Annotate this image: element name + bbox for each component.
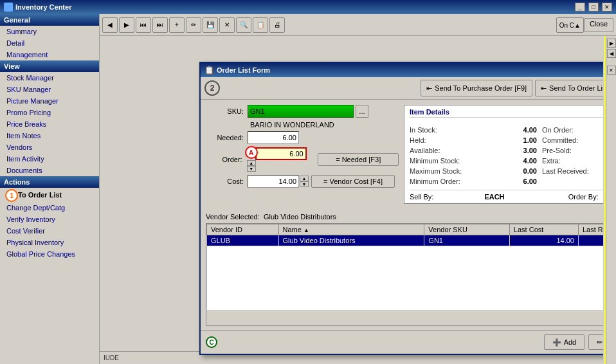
modal-titlebar: 📋 Order List Form _ □ ✕ (201, 63, 603, 77)
toolbar-btn-4[interactable]: ⏭ (152, 17, 168, 33)
available-value: 3.00 (505, 147, 537, 154)
order-spin-up-button[interactable]: ▲ (247, 160, 256, 166)
status-text: IUDE (104, 354, 119, 361)
item-details-header: Item Details (410, 108, 603, 118)
order-spin-down-button[interactable]: ▼ (247, 166, 256, 172)
sidebar-item-documents[interactable]: Documents (0, 165, 99, 176)
table-row[interactable]: GLUB Glub Video Distributors GN1 14.00 4… (207, 235, 604, 246)
sku-input[interactable] (248, 105, 354, 118)
needed-input[interactable] (248, 131, 299, 144)
send-order-list-button[interactable]: ⇤ Send To Order List [F10] (535, 80, 603, 96)
sku-browse-button[interactable]: … (356, 105, 368, 118)
edit-button[interactable]: ✏ Edit (588, 334, 603, 350)
item-name: BARIO IN WONDERLAND (248, 121, 399, 129)
cost-spin-down-button[interactable]: ▼ (300, 181, 309, 187)
toolbar-btn-7[interactable]: 💾 (203, 17, 218, 33)
held-label: Held: (410, 136, 426, 144)
sidebar-item-summary[interactable]: Summary (0, 26, 99, 37)
modal-order-list-form: 📋 Order List Form _ □ ✕ 2 ⇤ (199, 62, 603, 355)
min-order-label: Minimum Order: (410, 177, 460, 185)
send-order-icon: ⇤ (541, 84, 547, 93)
toolbar-btn-3[interactable]: ⏮ (136, 17, 151, 33)
sell-by-label: Sell By: (410, 193, 433, 201)
needed-f3-button[interactable]: = Needed [F3] (318, 153, 399, 166)
sidebar-item-item-notes[interactable]: Item Notes (0, 130, 99, 141)
toolbar: ◀ ▶ ⏮ ⏭ + ✏ 💾 ✕ 🔍 📋 🖨 On C▲ Close (100, 14, 616, 36)
badge-1-icon: 1 (5, 189, 18, 202)
sidebar-item-change-dept[interactable]: Change Dept/Catg (0, 202, 99, 214)
held-value: 1.00 (505, 136, 537, 144)
toolbar-btn-10[interactable]: 📋 (253, 17, 268, 33)
sidebar: General Summary Detail Management View S… (0, 14, 100, 364)
cost-spin-up-button[interactable]: ▲ (300, 176, 309, 181)
app-title: Inventory Center (15, 3, 572, 11)
scroll-right-button[interactable]: ▶ (607, 39, 616, 48)
sidebar-item-management[interactable]: Management (0, 49, 99, 60)
modal-toolbar: 2 ⇤ Send To Purchase Order [F9] ⇤ Send T… (201, 77, 603, 100)
extra-label: Extra: (542, 157, 561, 165)
on-c-label: On C▲ (556, 17, 584, 33)
sidebar-item-item-activity[interactable]: Item Activity (0, 153, 99, 165)
app-icon (4, 3, 13, 12)
in-stock-row: In Stock: 4.00 (410, 125, 537, 134)
sidebar-item-sku-manager[interactable]: SKU Manager (0, 84, 99, 95)
sidebar-item-picture-manager[interactable]: Picture Manager (0, 95, 99, 107)
vendor-col-last-cost[interactable]: Last Cost (509, 224, 578, 235)
toolbar-btn-1[interactable]: ◀ (102, 17, 118, 33)
vendor-col-name[interactable]: Name ▲ (278, 224, 424, 235)
sidebar-item-physical-inventory[interactable]: Physical Inventory (0, 237, 99, 248)
modal-icon: 📋 (204, 66, 214, 75)
minimize-button[interactable]: _ (575, 3, 585, 12)
close-area: On C▲ Close (556, 14, 616, 36)
add-button[interactable]: ➕ Add (544, 334, 585, 350)
sidebar-section-actions: Actions (0, 176, 99, 188)
toolbar-btn-5[interactable]: + (169, 17, 185, 33)
cost-row: Cost: ▲ ▼ = Vendor Cost [F4] (206, 175, 399, 188)
order-label: Order: (206, 156, 246, 163)
vendor-col-id[interactable]: Vendor ID (207, 224, 279, 235)
vendor-cost-f4-button[interactable]: = Vendor Cost [F4] (311, 175, 395, 188)
vendor-section: Vendor Selected: Glub Video Distributors… (201, 209, 603, 330)
right-yellow-strip: ▶ ◀ ✕ (603, 36, 616, 364)
badge-a-icon: A (245, 146, 258, 159)
scroll-left-button[interactable]: ◀ (607, 49, 616, 58)
sell-order-by-row: Sell By: EACH Order By: EACH (410, 190, 603, 201)
delete-right-button[interactable]: ✕ (607, 66, 616, 75)
sidebar-item-vendors[interactable]: Vendors (0, 141, 99, 153)
sidebar-item-verify-inventory[interactable]: Verify Inventory (0, 214, 99, 225)
sidebar-item-cost-verifier[interactable]: Cost Verifier (0, 225, 99, 237)
max-stock-value: 0.00 (505, 167, 537, 175)
close-button[interactable]: Close (584, 18, 613, 32)
cost-input[interactable] (248, 175, 299, 188)
sidebar-item-price-breaks[interactable]: Price Breaks (0, 118, 99, 130)
toolbar-btn-print[interactable]: 🖨 (269, 17, 285, 33)
vendor-col-last-received[interactable]: Last Received (578, 224, 603, 235)
sidebar-item-global-price[interactable]: Global Price Changes (0, 248, 99, 260)
on-order-row: On Order: 1.00 (542, 125, 603, 134)
min-order-value: 6.00 (505, 177, 537, 185)
maximize-button[interactable]: □ (588, 3, 599, 12)
add-icon: ➕ (552, 338, 561, 347)
vendor-id-cell: GLUB (207, 235, 279, 246)
min-stock-value: 4.00 (505, 157, 537, 165)
sidebar-item-detail[interactable]: Detail (0, 37, 99, 49)
vendor-col-sku[interactable]: Vendor SKU (424, 224, 509, 235)
item-details-panel: Item Details B In Stock: 4.00 On Order: (404, 105, 603, 204)
toolbar-btn-2[interactable]: ▶ (119, 17, 134, 33)
toolbar-btn-6[interactable]: ✏ (186, 17, 201, 33)
committed-label: Committed: (542, 136, 578, 144)
content-area: ◀ ▶ ⏮ ⏭ + ✏ 💾 ✕ 🔍 📋 🖨 On C▲ Close (100, 14, 616, 364)
sidebar-item-stock-manager[interactable]: Stock Manager (0, 72, 99, 84)
min-order-row: Minimum Order: 6.00 (410, 177, 537, 186)
close-app-button[interactable]: ✕ (602, 3, 612, 12)
table-row-empty (207, 246, 604, 311)
send-purchase-label: Send To Purchase Order [F9] (435, 84, 527, 92)
toolbar-btn-8[interactable]: ✕ (219, 17, 235, 33)
modal-body: SKU: … BARIO IN WONDERLAND Needed: (201, 100, 603, 209)
toolbar-btn-9[interactable]: 🔍 (236, 17, 251, 33)
last-received-label: Last Received: (542, 167, 589, 175)
order-input[interactable] (255, 147, 307, 160)
send-purchase-order-button[interactable]: ⇤ Send To Purchase Order [F9] (421, 80, 532, 96)
min-stock-row: Minimum Stock: 4.00 (410, 156, 537, 165)
sidebar-item-promo-pricing[interactable]: Promo Pricing (0, 107, 99, 118)
